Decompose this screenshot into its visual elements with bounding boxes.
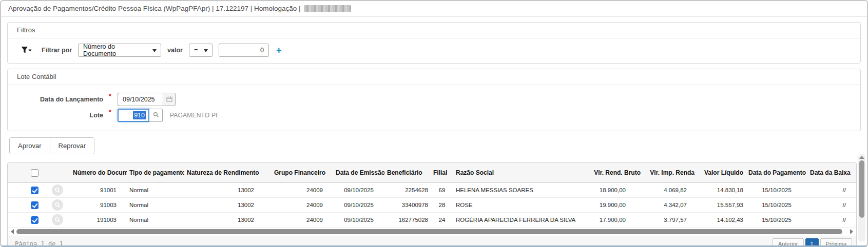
column-header[interactable]: Tipo de pagamento [127,163,184,183]
filter-funnel-icon[interactable] [21,46,32,54]
current-page-button[interactable]: 1 [805,238,819,247]
lote-contabil-panel-title: Lote Contábil [8,69,860,85]
column-header[interactable]: Data do Pagamento [746,163,807,183]
redacted-user-name [304,5,351,12]
lote-input[interactable]: 910 [118,109,149,122]
filters-panel-title: Filtros [8,23,860,38]
cell-data-baixa: // [807,198,856,213]
vertical-scrollbar-thumb[interactable] [859,160,864,218]
add-filter-button[interactable]: + [276,46,282,55]
horizontal-scrollbar[interactable] [8,228,856,236]
cell-filial: 69 [431,183,453,198]
column-header[interactable]: Número do Documento [70,163,127,183]
grid-footer: Página 1 de 1 Anterior 1 Próxima [8,236,856,247]
page-title: Aprovação de Pagamentos/Crédito Pessoa F… [8,5,301,12]
app-window: Aprovação de Pagamentos/Crédito Pessoa F… [0,0,868,247]
required-asterisk: * [109,93,113,100]
cell-data-emissao: 09/10/2025 [333,183,384,198]
filters-panel: Filtros Filtrar por Número do Documento … [7,22,861,64]
horizontal-scrollbar-thumb[interactable] [16,229,842,234]
cell-razao-social: ROSE [453,198,576,213]
filters-row: Filtrar por Número do Documento valor = … [8,38,860,63]
filter-value-label: valor [167,47,183,54]
lote-lookup-button[interactable] [149,109,163,122]
cell-tipo-pagamento: Normal [127,183,184,198]
lote-label: Lote [21,112,103,119]
lookup-column-header [45,163,70,183]
cell-filial: 28 [431,198,453,213]
cell-grupo-financeiro: 24009 [272,183,333,198]
column-header[interactable]: Beneficiário [384,163,431,183]
cell-valor-liquido: 14.102,43 [697,213,746,228]
column-header[interactable]: Vlr. Rend. Bruto [576,163,643,183]
table-row: 91003 Normal 13002 24009 09/10/2025 3340… [8,198,856,213]
cell-data-pagamento: 15/10/2025 [746,198,807,213]
cell-numero-documento: 91001 [70,183,127,198]
cell-numero-documento: 191003 [70,213,127,228]
next-page-button[interactable]: Próxima [820,238,852,247]
column-header[interactable]: Natureza de Rendimento [184,163,272,183]
scroll-right-icon[interactable] [850,229,853,234]
filter-field-select-value: Número do Documento [83,43,147,57]
search-icon [153,111,159,120]
cell-tipo-pagamento: Normal [127,213,184,228]
lote-row: Lote * 910 PAGAMENTO PF [21,109,853,122]
cell-natureza: 13002 [184,213,272,228]
pagination-controls: Anterior 1 Próxima [773,238,852,247]
row-checkbox[interactable] [31,201,38,209]
table-header-row: Número do Documento Tipo de pagamento Na… [8,163,856,183]
cell-numero-documento: 91003 [70,198,127,213]
column-header[interactable]: Valor Líquido [697,163,746,183]
column-header[interactable]: Filial [431,163,453,183]
launch-date-input[interactable]: 09/10/2025 [118,93,163,106]
table-row: 91001 Normal 13002 24009 09/10/2025 2254… [8,183,856,198]
column-header[interactable]: Data de Emissão [333,163,384,183]
cell-natureza: 13002 [184,183,272,198]
cell-razao-social: HELENA MESSIAS SOARES [453,183,576,198]
column-header[interactable]: Grupo Financeiro [272,163,333,183]
row-lookup-button[interactable] [52,184,63,196]
filter-field-select[interactable]: Número do Documento [78,44,161,57]
approve-button[interactable]: Aprovar [10,138,50,154]
cell-valor-liquido: 14.830,18 [697,183,746,198]
previous-page-button[interactable]: Anterior [773,238,804,247]
column-header[interactable]: Vlr. Imp. Renda [643,163,697,183]
cell-data-baixa: // [807,213,856,228]
cell-filial: 24 [431,213,453,228]
column-header[interactable]: Data da Baixa [807,163,856,183]
page-status: Página 1 de 1 [15,240,63,247]
calendar-picker-button[interactable] [163,93,176,106]
action-button-group: Aprovar Reprovar [9,137,94,154]
lote-input-selected-text: 910 [133,111,146,119]
row-checkbox[interactable] [31,187,38,194]
cell-vlr-imp-renda: 4.069,82 [643,183,697,198]
row-lookup-button[interactable] [52,214,63,225]
cell-vlr-imp-renda: 3.797,57 [643,213,697,228]
cell-vlr-rend-bruto: 19.900,00 [576,198,643,213]
cell-beneficiario: 33400978 [384,198,431,213]
reject-button[interactable]: Reprovar [50,138,94,154]
title-bar: Aprovação de Pagamentos/Crédito Pessoa F… [1,1,867,17]
vertical-scrollbar[interactable] [858,154,865,242]
row-checkbox[interactable] [31,216,38,224]
payments-grid: Número do Documento Tipo de pagamento Na… [7,162,857,247]
select-all-checkbox[interactable] [31,169,38,177]
row-lookup-button[interactable] [52,199,63,211]
column-header[interactable]: Razão Social [453,163,576,183]
filter-operator-select[interactable]: = [189,44,213,57]
cell-data-emissao: 09/10/2025 [333,213,384,228]
launch-date-value: 09/10/2025 [123,96,155,103]
lote-description: PAGAMENTO PF [170,112,220,119]
cell-grupo-financeiro: 24009 [272,213,333,228]
filter-operator-select-value: = [194,47,198,54]
cell-razao-social: ROGÉRIA APARECIDA FERREIRA DA SILVA [453,213,576,228]
cell-data-baixa: // [807,183,856,198]
cell-valor-liquido: 15.557,93 [697,198,746,213]
filter-value-input[interactable]: 0 [219,44,269,57]
scroll-left-icon[interactable] [11,229,14,234]
cell-tipo-pagamento: Normal [127,198,184,213]
scroll-up-icon[interactable] [859,156,864,159]
cell-data-pagamento: 15/10/2025 [746,183,807,198]
table-row: 191003 Normal 13002 24009 09/10/2025 162… [8,213,856,228]
cell-data-emissao: 09/10/2025 [333,198,384,213]
